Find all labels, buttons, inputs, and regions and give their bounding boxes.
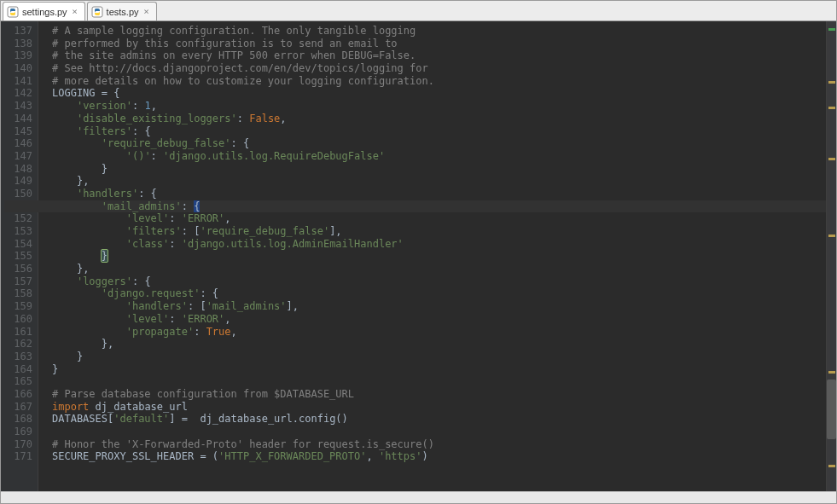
svg-rect-1 xyxy=(92,7,102,17)
code-line[interactable]: 'level': 'ERROR', xyxy=(52,313,826,326)
tab-tests-py[interactable]: tests.py× xyxy=(87,2,157,20)
warning-marker[interactable] xyxy=(828,158,835,160)
line-number[interactable]: 156 xyxy=(1,263,32,275)
code-line[interactable] xyxy=(52,426,826,438)
line-number[interactable]: 140 xyxy=(1,62,32,75)
line-number[interactable]: 147 xyxy=(1,150,32,163)
line-number[interactable]: 169 xyxy=(1,426,32,438)
code-line[interactable]: }, xyxy=(52,175,826,188)
line-number[interactable]: 141 xyxy=(1,75,32,88)
line-number[interactable]: 159 xyxy=(1,300,32,313)
line-number[interactable]: 157 xyxy=(1,275,32,288)
line-number[interactable]: 162 xyxy=(1,338,32,350)
code-line[interactable]: 'handlers': { xyxy=(52,188,826,200)
close-icon[interactable]: × xyxy=(142,8,151,16)
editor-frame: settings.py×tests.py× 137138139140141142… xyxy=(0,0,837,504)
tab-settings-py[interactable]: settings.py× xyxy=(3,2,85,20)
line-number[interactable]: 138 xyxy=(1,38,32,50)
line-number[interactable]: 154 xyxy=(1,238,32,251)
warning-marker[interactable] xyxy=(828,235,835,237)
code-line[interactable]: 'loggers': { xyxy=(52,275,826,288)
status-bar xyxy=(1,491,836,503)
line-number[interactable]: 148 xyxy=(1,163,32,176)
line-number[interactable]: 171 xyxy=(1,450,32,463)
line-number[interactable]: 153 xyxy=(1,225,32,238)
code-line[interactable]: } xyxy=(52,350,826,363)
code-line[interactable]: import dj_database_url xyxy=(52,401,826,414)
code-line[interactable]: } xyxy=(52,163,826,176)
code-line[interactable]: 'class': 'django.utils.log.AdminEmailHan… xyxy=(52,238,826,251)
line-number[interactable]: 149 xyxy=(1,175,32,188)
code-line[interactable]: DATABASES['default'] = dj_database_url.c… xyxy=(52,413,826,426)
code-line[interactable]: 'handlers': ['mail_admins'], xyxy=(52,300,826,313)
line-number[interactable]: 152 xyxy=(1,212,32,225)
code-line[interactable]: 'django.request': { xyxy=(52,287,826,300)
line-number[interactable]: 164 xyxy=(1,363,32,376)
line-number[interactable]: 163 xyxy=(1,350,32,363)
line-number[interactable]: 143 xyxy=(1,100,32,113)
svg-rect-0 xyxy=(8,7,18,17)
code-line[interactable]: } xyxy=(52,250,826,263)
code-line[interactable]: # See http://docs.djangoproject.com/en/d… xyxy=(52,62,826,75)
code-line[interactable]: LOGGING = { xyxy=(52,87,826,100)
line-number-gutter[interactable]: 1371381391401411421431441451461471481491… xyxy=(1,21,38,491)
line-number[interactable]: 161 xyxy=(1,326,32,339)
line-number[interactable]: 155 xyxy=(1,250,32,263)
code-line[interactable]: # Honor the 'X-Forwarded-Proto' header f… xyxy=(52,438,826,451)
code-line[interactable]: }, xyxy=(52,263,826,275)
close-icon[interactable]: × xyxy=(71,8,79,16)
code-line[interactable]: '()': 'django.utils.log.RequireDebugFals… xyxy=(52,150,826,163)
line-number[interactable]: 142 xyxy=(1,87,32,100)
line-number[interactable]: 145 xyxy=(1,125,32,138)
code-line[interactable] xyxy=(52,375,826,388)
code-line[interactable]: 'propagate': True, xyxy=(52,326,826,339)
fold-strip[interactable] xyxy=(38,21,49,491)
tab-label: tests.py xyxy=(107,7,139,17)
code-line[interactable]: } xyxy=(52,363,826,376)
code-line[interactable]: # the site admins on every HTTP 500 erro… xyxy=(52,49,826,62)
line-number[interactable]: 166 xyxy=(1,388,32,401)
line-number[interactable]: 165 xyxy=(1,375,32,388)
warning-marker[interactable] xyxy=(828,107,835,109)
line-number[interactable]: 158 xyxy=(1,287,32,300)
line-number[interactable]: 137 xyxy=(1,25,32,38)
scrollbar-thumb[interactable] xyxy=(827,379,836,439)
code-line[interactable]: 'level': 'ERROR', xyxy=(52,212,826,225)
code-line[interactable]: SECURE_PROXY_SSL_HEADER = ('HTTP_X_FORWA… xyxy=(52,450,826,463)
code-line[interactable]: # performed by this configuration is to … xyxy=(52,38,826,50)
line-number[interactable]: 144 xyxy=(1,113,32,125)
python-file-icon xyxy=(7,6,19,18)
warning-marker[interactable] xyxy=(828,81,835,84)
warning-marker[interactable] xyxy=(828,465,835,467)
line-number[interactable]: 170 xyxy=(1,438,32,451)
code-line[interactable]: 'mail_admins': { xyxy=(52,200,826,213)
line-number[interactable]: 146 xyxy=(1,137,32,150)
analysis-ok-marker[interactable] xyxy=(828,28,835,31)
code-line[interactable]: }, xyxy=(52,338,826,350)
python-file-icon xyxy=(91,6,103,18)
code-line[interactable]: 'filters': { xyxy=(52,125,826,138)
tab-bar: settings.py×tests.py× xyxy=(1,1,836,21)
line-number[interactable]: 167 xyxy=(1,401,32,414)
line-number[interactable]: 160 xyxy=(1,313,32,326)
line-number[interactable]: 150 xyxy=(1,188,32,200)
code-line[interactable]: # more details on how to customize your … xyxy=(52,75,826,88)
editor-area: 1371381391401411421431441451461471481491… xyxy=(1,21,836,491)
code-line[interactable]: 'filters': ['require_debug_false'], xyxy=(52,225,826,238)
code-line[interactable]: 'disable_existing_loggers': False, xyxy=(52,113,826,125)
line-number[interactable]: 139 xyxy=(1,49,32,62)
code-line[interactable]: 'require_debug_false': { xyxy=(52,137,826,150)
tab-label: settings.py xyxy=(22,7,67,17)
marker-strip[interactable] xyxy=(826,21,836,491)
code-line[interactable]: 'version': 1, xyxy=(52,100,826,113)
warning-marker[interactable] xyxy=(828,371,835,374)
code-area[interactable]: # A sample logging configuration. The on… xyxy=(49,21,826,491)
code-line[interactable]: # A sample logging configuration. The on… xyxy=(52,25,826,38)
code-line[interactable]: # Parse database configuration from $DAT… xyxy=(52,388,826,401)
line-number[interactable]: 168 xyxy=(1,413,32,426)
